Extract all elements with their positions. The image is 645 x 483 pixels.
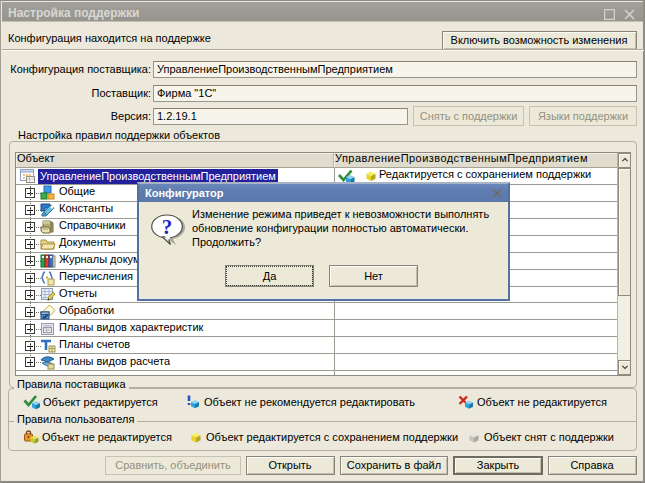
svg-text:?: ? bbox=[162, 215, 173, 239]
